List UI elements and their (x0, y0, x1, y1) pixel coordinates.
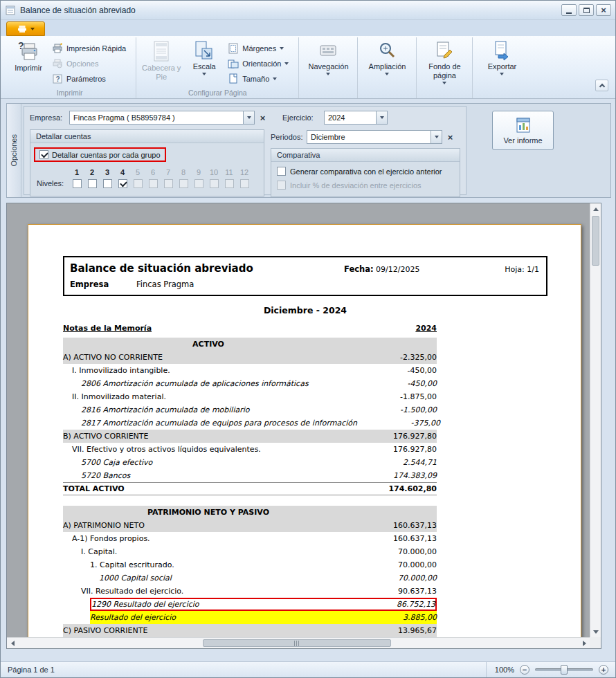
nivel-checkbox-1[interactable] (73, 179, 82, 188)
opciones-side-tab[interactable]: Opciones (7, 104, 21, 197)
detallar-por-grupo-checkbox[interactable] (39, 150, 48, 159)
nivel-column-9: 9 (191, 168, 206, 188)
zoom-out-button[interactable]: − (520, 665, 529, 675)
report-row-label: I. Capital. (81, 547, 354, 556)
nivel-checkbox-11[interactable] (225, 179, 234, 188)
nivel-checkbox-6[interactable] (149, 179, 158, 188)
nivel-checkbox-7[interactable] (164, 179, 173, 188)
page-info: Página 1 de 1 (8, 666, 55, 674)
zoom-in-button[interactable]: + (599, 665, 608, 675)
preview-viewport[interactable]: Balance de situación abreviado Fecha: 09… (7, 203, 590, 637)
generar-comparativa-checkbox[interactable] (277, 167, 286, 176)
report-row-value: 3.885,00 (354, 613, 437, 622)
scroll-right-button[interactable] (579, 638, 590, 649)
nivel-column-1: 1 (69, 168, 84, 188)
report-row: I. Inmovilizado intangible. -450,00 (63, 364, 437, 377)
report-row-label: 2817 Amortización acumulada de equipos p… (81, 419, 357, 428)
imprimir-button[interactable]: ? Imprimir (8, 38, 49, 86)
vertical-scrollbar[interactable] (590, 203, 601, 637)
chevron-down-icon (280, 47, 284, 50)
ejercicio-combobox[interactable]: 2024 (324, 111, 388, 125)
ribbon-tab-row (1, 20, 615, 36)
navegacion-button[interactable]: Navegación (307, 38, 349, 86)
empresa-combobox[interactable]: Fincas Pragma ( B58959784 ) (69, 111, 255, 125)
periodos-clear-button[interactable]: × (444, 131, 456, 143)
detallar-cuentas-group: Detallar cuentas Detallar cuentas por ca… (30, 129, 264, 196)
minimize-button[interactable] (561, 4, 577, 16)
options-panel: Opciones Empresa: Fincas Pragma ( B58959… (6, 103, 611, 198)
horizontal-scrollbar[interactable] (7, 637, 590, 648)
ver-informe-button[interactable]: Ver informe (492, 111, 554, 150)
nivel-checkbox-9[interactable] (194, 179, 203, 188)
zoom-slider[interactable] (535, 668, 593, 671)
close-button[interactable]: × (596, 4, 611, 16)
statusbar: Página 1 de 1 100% − + (1, 661, 615, 677)
nivel-checkbox-3[interactable] (103, 179, 112, 188)
periodos-dropdown-button[interactable] (431, 131, 442, 143)
report-column-headers: Notas de la Memoría 2024 (63, 324, 437, 333)
ampliacion-button[interactable]: Ampliación (366, 38, 408, 86)
nivel-checkbox-2[interactable] (88, 179, 97, 188)
zoom-slider-thumb[interactable] (561, 665, 568, 675)
impresion-rapida-button[interactable]: Impresión Rápida (51, 41, 132, 56)
report-period-title: Diciembre - 2024 (63, 305, 547, 315)
scroll-left-button[interactable] (7, 638, 18, 649)
fondo-pagina-button[interactable]: Fondo de página (424, 38, 465, 86)
report-row-value: 160.637,13 (354, 521, 437, 530)
margenes-button[interactable]: Márgenes (226, 41, 294, 56)
report-row: II. Inmovilizado material. -1.875,00 (63, 390, 437, 403)
report-row: B) ACTIVO CORRIENTE 176.927,80 (63, 430, 437, 443)
report-company-value: Fincas Pragma (136, 280, 194, 289)
report-row-label: Resultado del ejercicio (90, 613, 354, 622)
chevron-down-icon (380, 116, 384, 119)
maximize-button[interactable] (579, 4, 594, 16)
nivel-number-3: 3 (105, 168, 109, 176)
report-row-label: VII. Resultado del ejercicio. (81, 587, 354, 596)
report-row-value: 70.000,00 (354, 560, 437, 569)
vertical-scrollbar-thumb[interactable] (592, 216, 599, 266)
comparativa-group-header: Comparativa (271, 149, 460, 162)
window-title: Balance de situación abreviado (20, 6, 136, 15)
chevron-down-icon (385, 73, 389, 75)
report-row-value: -450,00 (354, 379, 437, 388)
scroll-up-button[interactable] (590, 203, 601, 214)
nivel-checkbox-4[interactable] (118, 179, 127, 188)
nivel-checkbox-8[interactable] (179, 179, 188, 188)
report-header-box: Balance de situación abreviado Fecha: 09… (63, 256, 547, 296)
report-row: 1290 Resultado del ejercicio 86.752,13 (63, 598, 437, 611)
report-row: 2817 Amortización acumulada de equipos p… (63, 416, 437, 430)
horizontal-scrollbar-thumb[interactable] (203, 639, 391, 647)
orientacion-button[interactable]: Orientación (226, 56, 294, 71)
periodos-combobox[interactable]: Diciembre (307, 130, 442, 144)
nivel-number-7: 7 (166, 168, 170, 176)
escala-button[interactable]: Escala (183, 38, 225, 86)
opciones-button[interactable]: Opciones (51, 56, 132, 71)
nivel-checkbox-5[interactable] (134, 179, 143, 188)
scroll-down-button[interactable] (590, 626, 601, 637)
report-row: 2816 Amortización acumulada de mobiliari… (63, 403, 437, 416)
printer-question-icon: ? (17, 40, 39, 62)
cabecera-pie-button[interactable]: Cabecera y Pie (141, 38, 182, 86)
exportar-button[interactable]: Exportar (481, 38, 523, 86)
quick-print-icon (52, 43, 63, 54)
report-page-number: Hoja: 1/1 (505, 265, 539, 274)
tamano-button[interactable]: Tamaño (226, 71, 294, 86)
nivel-column-11: 11 (221, 168, 237, 188)
nivel-column-2: 2 (84, 168, 100, 188)
chevron-down-icon (435, 136, 439, 138)
incluir-desviacion-checkbox[interactable] (277, 181, 286, 190)
collapse-ribbon-button[interactable] (595, 80, 608, 91)
ejercicio-dropdown-button[interactable] (376, 111, 387, 124)
nivel-checkbox-12[interactable] (240, 179, 249, 188)
report-row-label: 1290 Resultado del ejercicio (91, 600, 352, 609)
empresa-dropdown-button[interactable] (243, 111, 254, 124)
options-box: Empresa: Fincas Pragma ( B58959784 ) × E… (24, 106, 466, 195)
parametros-button[interactable]: ? Parámetros (51, 71, 132, 86)
nivel-checkbox-10[interactable] (210, 179, 219, 188)
empresa-clear-button[interactable]: × (257, 111, 269, 124)
file-menu-button[interactable] (6, 21, 45, 36)
report-row-value: 86.752,13 (352, 600, 435, 609)
chevron-down-icon (30, 28, 35, 30)
scale-page-icon (194, 40, 214, 61)
periodos-label: Periodos: (271, 133, 307, 141)
